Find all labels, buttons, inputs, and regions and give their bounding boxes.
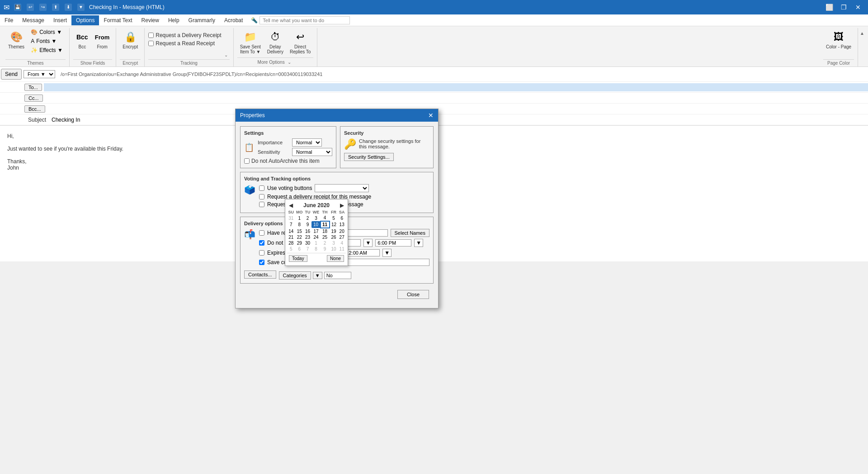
calendar-day[interactable]: 15 [295,228,304,234]
voting-buttons-checkbox[interactable] [259,185,264,191]
calendar-day[interactable]: 4 [321,215,330,221]
restore-button[interactable]: ❐ [837,2,850,12]
replies-sent-to-checkbox[interactable] [259,230,264,236]
calendar-day[interactable]: 19 [330,228,338,234]
subject-field[interactable] [50,116,868,124]
calendar-day[interactable]: 2 [321,240,330,246]
calendar-day[interactable]: 25 [321,234,330,240]
menu-acrobat[interactable]: Acrobat [220,15,247,25]
calendar-day[interactable]: 31 [287,215,295,221]
calendar-day[interactable]: 6 [295,246,304,252]
calendar-day[interactable]: 3 [330,240,338,246]
bcc-field[interactable] [47,105,868,113]
do-not-deliver-checkbox[interactable] [259,240,264,246]
expires-time-dropdown[interactable]: ▼ [382,249,392,257]
calendar-day[interactable]: 8 [295,221,304,228]
tracking-expand-button[interactable]: ⌄ [222,52,230,58]
delivery-receipt-checkbox-row[interactable]: Request a Delivery Receipt [148,32,221,39]
calendar-day[interactable]: 30 [304,240,312,246]
ribbon-collapse-button[interactable]: ▲ [858,30,866,37]
delivery-receipt-checkbox[interactable] [148,33,154,38]
color-page-button[interactable]: 🖼 Color - Page [823,28,854,51]
calendar-day[interactable]: 2 [304,215,312,221]
calendar-day[interactable]: 4 [338,240,346,246]
calendar-day[interactable]: 27 [338,234,346,240]
bcc-button[interactable]: Bcc Bcc [73,28,91,51]
colors-button[interactable]: 🎨 Colors ▼ [28,28,66,36]
calendar-today-button[interactable]: Today [289,255,307,262]
calendar-day[interactable]: 5 [330,215,338,221]
menu-format-text[interactable]: Format Text [99,15,137,25]
close-button[interactable]: Close [397,290,429,299]
minimize-button[interactable]: ⬜ [823,2,835,12]
cc-field[interactable] [45,94,868,102]
categories-dropdown-arrow[interactable]: ▼ [313,272,322,279]
calendar-day[interactable]: 7 [287,221,295,228]
read-receipt-checkbox[interactable] [148,41,154,46]
calendar-day[interactable]: 29 [295,240,304,246]
from-dropdown[interactable]: From ▼ [24,70,55,78]
calendar-day[interactable]: 11 [321,221,330,228]
read-receipt-checkbox-row[interactable]: Request a Read Receipt [148,40,221,47]
calendar-next-button[interactable]: ▶ [340,202,344,209]
menu-grammarly[interactable]: Grammarly [184,15,220,25]
contacts-button[interactable]: Contacts... [244,270,276,279]
customize-qs[interactable]: ▼ [77,4,85,11]
calendar-day[interactable]: 10 [311,221,320,228]
calendar-day[interactable]: 10 [330,246,338,252]
calendar-day[interactable]: 26 [330,234,338,240]
menu-insert[interactable]: Insert [49,15,71,25]
menu-message[interactable]: Message [18,15,49,25]
menu-file[interactable]: File [0,15,18,25]
calendar-none-button[interactable]: None [327,255,344,262]
calendar-day[interactable]: 16 [304,228,312,234]
categories-button[interactable]: Categories [279,271,311,280]
calendar-day[interactable]: 21 [287,234,295,240]
more-options-expand-button[interactable]: ⌄ [286,59,293,66]
encrypt-button[interactable]: 🔒 Encrypt [120,28,141,51]
direct-replies-button[interactable]: ↩ DirectReplies To [287,28,314,56]
calendar-day[interactable]: 14 [287,228,295,234]
menu-review[interactable]: Review [137,15,164,25]
menu-options[interactable]: Options [71,15,99,25]
read-receipt-voting-checkbox[interactable] [259,202,264,207]
to-button[interactable]: To... [24,84,42,91]
sensitivity-select[interactable]: Normal Personal Private Confidential [292,148,332,156]
dialog-close-button[interactable]: ✕ [428,112,434,119]
fonts-button[interactable]: A Fonts ▼ [28,37,66,45]
categories-value-field[interactable] [324,272,351,279]
calendar-day[interactable]: 24 [311,234,320,240]
importance-select[interactable]: Normal Low High [292,138,322,147]
calendar-day[interactable]: 1 [295,215,304,221]
calendar-day[interactable]: 13 [338,221,346,228]
calendar-day[interactable]: 7 [304,246,312,252]
undo-qs[interactable]: ↩ [27,4,34,11]
calendar-day[interactable]: 18 [321,228,330,234]
up-qs[interactable]: ⬆ [52,4,59,11]
calendar-day[interactable]: 6 [338,215,346,221]
redo-qs[interactable]: ↪ [39,4,47,11]
calendar-prev-button[interactable]: ◀ [289,202,293,209]
close-window-button[interactable]: ✕ [852,2,864,12]
bcc-field-button[interactable]: Bcc... [24,105,45,113]
calendar-day[interactable]: 20 [338,228,346,234]
delivery-receipt-voting-checkbox[interactable] [259,194,264,199]
tell-me-input[interactable] [259,16,350,24]
cc-button[interactable]: Cc... [24,95,43,102]
expires-time[interactable] [344,249,380,256]
autoarchive-checkbox[interactable] [244,158,250,164]
calendar-day[interactable]: 23 [304,234,312,240]
save-copy-checkbox[interactable] [259,260,264,265]
send-button[interactable]: Send [0,67,23,81]
calendar-day[interactable]: 28 [287,240,295,246]
down-qs[interactable]: ⬇ [65,4,72,11]
from-ribbon-button[interactable]: From From [92,28,113,51]
calendar-day[interactable]: 5 [287,246,295,252]
save-qs[interactable]: 💾 [14,4,21,11]
calendar-day[interactable]: 8 [311,246,320,252]
voting-buttons-select[interactable]: Approve; Reject Yes; No Yes; No; Maybe [315,184,369,192]
do-not-deliver-time[interactable] [375,239,411,246]
delay-delivery-button[interactable]: ⏱ DelayDelivery [264,28,286,56]
time-dropdown-icon[interactable]: ▼ [414,239,423,247]
effects-button[interactable]: ✨ Effects ▼ [28,46,66,54]
